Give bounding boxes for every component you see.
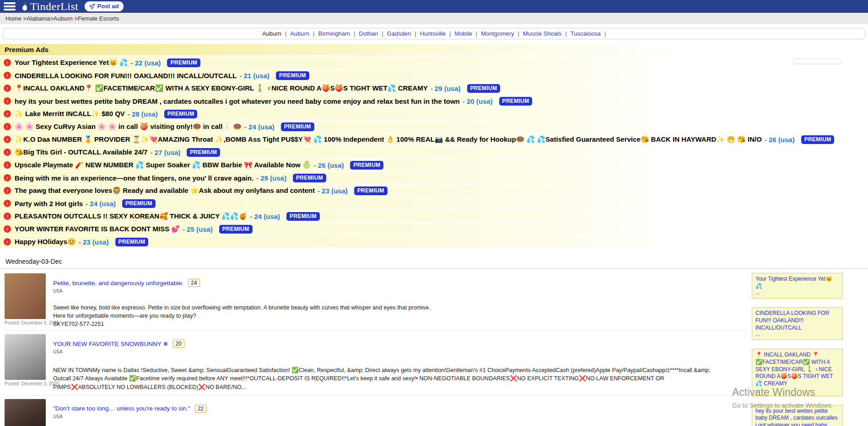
premium-ad-row[interactable]: ↑ 🌸 🌸 Sexy CuRvy Asian 🌸 🌸 in call 🍑 vis… [0, 121, 868, 133]
listing-location: USA [53, 288, 746, 293]
city-link[interactable]: Tuscaloosa [571, 30, 601, 37]
city-link[interactable]: Dothan [359, 30, 378, 37]
city-link[interactable]: Auburn [290, 30, 309, 37]
up-arrow-icon: ↑ [4, 97, 11, 105]
sidebar-ad-box[interactable]: hey its your best wettes petite baby DRE… [752, 405, 843, 426]
separator: | [565, 30, 566, 37]
premium-badge: PREMIUM [167, 59, 200, 67]
up-arrow-icon: ↑ [4, 213, 11, 220]
premium-ad-age-location[interactable]: - 27 (usa) [150, 149, 180, 156]
listing-item: Posted: December 3, 2025 "Don't stare to… [5, 399, 746, 426]
premium-ad-row[interactable]: ↑ YOUR WINTER FAVORITE IS BACK DONT MISS… [0, 223, 868, 235]
premium-ad-age-location[interactable]: - 24 (usa) [86, 200, 116, 208]
posted-timestamp: Posted: December 3, 2025 [5, 381, 47, 386]
premium-ad-age-location[interactable]: - 22 (usa) [131, 59, 161, 67]
premium-ad-age-location[interactable]: - 24 (usa) [250, 213, 280, 220]
premium-ad-row[interactable]: ↑ Upscale Playmate 🧨 NEW NUMBER 💦 Super … [0, 159, 868, 171]
premium-ad-row[interactable]: ↑ Party with 2 Hot girls - 24 (usa) PREM… [0, 197, 868, 209]
premium-ad-title: Being with me is an experience—one that … [15, 174, 253, 182]
listing-photo[interactable] [5, 273, 46, 319]
premium-ad-age-location[interactable]: - 29 (usa) [431, 85, 461, 92]
breadcrumb[interactable]: Home >Alabama>Auburn >Female Escorts [0, 13, 868, 24]
premium-ad-title: Upscale Playmate 🧨 NEW NUMBER 💦 Super So… [15, 161, 311, 169]
listing-photo[interactable] [5, 399, 46, 426]
city-link[interactable]: Birmingham [318, 30, 350, 37]
premium-ad-age-location[interactable]: - 20 (usa) [463, 97, 493, 105]
listing-item: Posted: December 3, 2025 YOUR NEW FAVORI… [5, 334, 746, 395]
listing-photo[interactable] [5, 334, 46, 380]
listing-title-link[interactable]: "Don't stare too long… unless you're rea… [53, 405, 190, 412]
premium-badge: PREMIUM [354, 186, 388, 195]
listing-title-link[interactable]: YOUR NEW FAVORITE SNOWBUNNY ❄ [53, 340, 168, 347]
city-link[interactable]: Muscle Shoals [523, 30, 562, 37]
up-arrow-icon: ↑ [4, 59, 11, 66]
sidebar-ad-box[interactable]: Your Tightest Experience Yet😼 💦 ... [752, 273, 843, 298]
post-ad-button[interactable]: Post ad [85, 1, 124, 11]
day-header: Wednesday-03-Dec [5, 258, 868, 265]
listing-contact: SKYE702-577-2251 [53, 321, 746, 327]
related-ads-sidebar: Your Tightest Experience Yet😼 💦 ... CIND… [752, 273, 843, 426]
premium-badge: PREMIUM [467, 84, 501, 93]
city-link[interactable]: Gadsden [387, 30, 411, 37]
separator: | [604, 30, 606, 37]
scrollbar-thumb[interactable] [793, 59, 842, 64]
separator: | [518, 30, 519, 37]
premium-ad-row[interactable]: ↑ 😘Big Tits Girl - OUTCALL Available 24/… [0, 146, 868, 158]
premium-ad-row[interactable]: ↑ ✨ Lake Merritt INCALL✨ $80 QV - 28 (us… [0, 108, 868, 120]
premium-ad-row[interactable]: ↑ Happy HOlidays😊 - 23 (usa) PREMIUM [0, 236, 868, 248]
premium-ad-row[interactable]: ↑ hey its your best wettes petite baby D… [0, 95, 868, 107]
premium-ad-row[interactable]: ↑ CINDERELLA LOOKING FOR FUN!!! OAKLAND!… [0, 69, 868, 81]
up-arrow-icon: ↑ [4, 123, 11, 130]
premium-badge: PREMIUM [164, 110, 198, 118]
up-arrow-icon: ↑ [4, 136, 11, 143]
listing-location: USA [53, 414, 746, 419]
premium-ad-row[interactable]: ↑ ✨K.O Daa NUMBER 🏅 PROVIDER ⏳✨💘AMAZING … [0, 133, 868, 145]
breadcrumb-text: Home >Alabama>Auburn >Female Escorts [5, 15, 119, 22]
premium-ad-title: 😘Big Tits Girl - OUTCALL Available 24/7 [15, 148, 147, 156]
premium-ad-age-location[interactable]: - 26 (usa) [765, 136, 795, 144]
separator: | [449, 30, 451, 37]
hamburger-menu-icon[interactable] [4, 2, 16, 11]
age-badge: 20 [173, 340, 184, 348]
premium-ad-row[interactable]: ↑ PLEASANTON OUTCALLS !! SEXY KOREAN🥰 TH… [0, 210, 868, 222]
sidebar-ad-title[interactable]: Your Tightest Experience Yet😼 💦 [755, 276, 839, 290]
premium-ad-title: ✨K.O Daa NUMBER 🏅 PROVIDER ⏳✨💘AMAZING Th… [15, 135, 762, 144]
premium-badge: PREMIUM [219, 225, 253, 234]
premium-ad-age-location[interactable]: - 23 (usa) [318, 187, 348, 195]
up-arrow-icon: ↑ [4, 161, 11, 169]
premium-ad-age-location[interactable]: - 26 (usa) [314, 161, 344, 169]
sidebar-ad-ellipsis: ... [755, 290, 839, 296]
premium-badge: PREMIUM [115, 238, 149, 246]
premium-ad-row[interactable]: ↑ The pawg that everyone loves🦁 Ready an… [0, 185, 868, 197]
premium-ad-age-location[interactable]: - 21 (usa) [239, 72, 270, 80]
premium-ad-age-location[interactable]: - 25 (usa) [183, 225, 213, 233]
sidebar-ad-ellipsis: ... [755, 331, 839, 337]
premium-badge: PREMIUM [281, 122, 314, 131]
sidebar-ad-box[interactable]: 📍 INCALL OAKLAND 📍 ✅FACETIME/CAR✅ WITH A… [752, 349, 843, 396]
up-arrow-icon: ↑ [4, 238, 11, 245]
up-arrow-icon: ↑ [4, 174, 11, 181]
premium-ad-title: YOUR WINTER FAVORITE IS BACK DONT MISS 💕 [15, 225, 180, 233]
sidebar-ad-title[interactable]: hey its your best wettes petite baby DRE… [755, 408, 839, 426]
listing-title-link[interactable]: Petite, brunette, and dangerously unforg… [53, 280, 183, 287]
premium-ad-row[interactable]: ↑ Your Tightest Experience Yet😼 💦 - 22 (… [0, 57, 868, 69]
sidebar-ad-title[interactable]: 📍 INCALL OAKLAND 📍 ✅FACETIME/CAR✅ WITH A… [755, 351, 839, 387]
city-link[interactable]: Mobile [454, 30, 472, 37]
separator: | [354, 30, 355, 37]
up-arrow-icon: ↑ [4, 110, 11, 117]
premium-ad-age-location[interactable]: - 24 (usa) [244, 123, 275, 131]
premium-badge: PREMIUM [187, 148, 220, 157]
premium-ad-age-location[interactable]: - 23 (usa) [79, 238, 109, 246]
site-logo[interactable]: TinderList [20, 1, 78, 12]
premium-ad-row[interactable]: ↑ 📍INCALL OAKLAND📍 ✅FACETIME/CAR✅ WITH A… [0, 82, 868, 94]
premium-ad-row[interactable]: ↑ Being with me is an experience—one tha… [0, 172, 868, 184]
sidebar-ad-title[interactable]: CINDERELLA LOOKING FOR FUN!!! OAKLAND!!!… [755, 310, 839, 331]
city-link[interactable]: Montgomery [481, 30, 514, 37]
separator: | [476, 30, 477, 37]
listing-description: Sweet like honey, bold like espresso. Pe… [53, 304, 433, 320]
premium-ad-age-location[interactable]: - 29 (usa) [256, 174, 286, 182]
premium-ad-age-location[interactable]: - 28 (usa) [128, 110, 158, 118]
city-link[interactable]: Huntsville [420, 30, 446, 37]
sidebar-ad-box[interactable]: CINDERELLA LOOKING FOR FUN!!! OAKLAND!!!… [752, 307, 843, 340]
paper-plane-icon [89, 3, 95, 10]
